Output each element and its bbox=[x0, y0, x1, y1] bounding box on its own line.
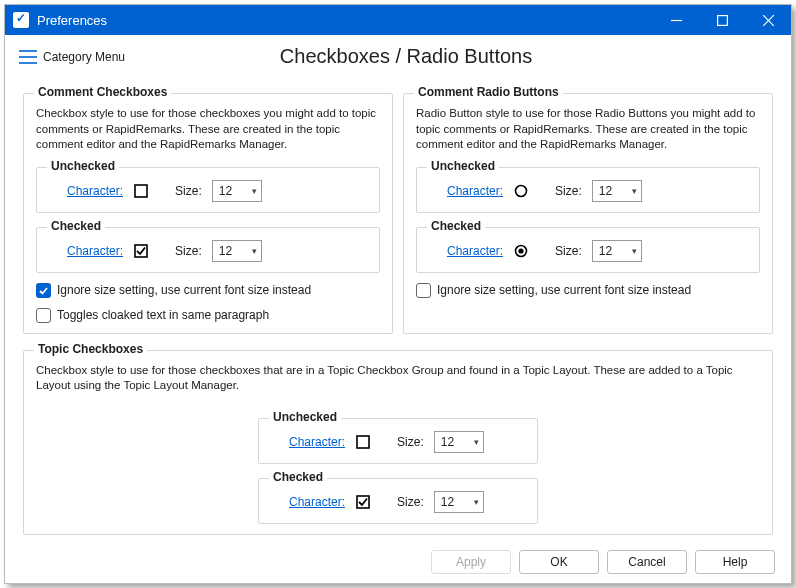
checkbox-checked-icon bbox=[36, 283, 51, 298]
checkbox-empty-icon bbox=[416, 283, 431, 298]
group-desc: Checkbox style to use for those checkbox… bbox=[36, 106, 380, 153]
subgroup-legend: Checked bbox=[47, 219, 105, 233]
size-label: Size: bbox=[555, 184, 582, 198]
group-comment-checkboxes: Comment Checkboxes Checkbox style to use… bbox=[23, 93, 393, 334]
subgroup-legend: Unchecked bbox=[269, 410, 341, 424]
svg-rect-12 bbox=[357, 436, 369, 448]
chevron-down-icon: ▾ bbox=[474, 437, 479, 447]
ignore-size-checkbox-row[interactable]: Ignore size setting, use current font si… bbox=[416, 283, 760, 298]
chevron-down-icon: ▾ bbox=[632, 246, 637, 256]
checkbox-checked-icon bbox=[133, 243, 149, 259]
content-area: Comment Checkboxes Checkbox style to use… bbox=[5, 79, 791, 541]
size-select-cr-checked[interactable]: 12 ▾ bbox=[592, 240, 642, 262]
size-label: Size: bbox=[397, 495, 424, 509]
chevron-down-icon: ▾ bbox=[252, 246, 257, 256]
chevron-down-icon: ▾ bbox=[474, 497, 479, 507]
svg-rect-8 bbox=[135, 245, 147, 257]
subgroup-cr-unchecked: Unchecked Character: Size: 12 ▾ bbox=[416, 167, 760, 213]
group-legend: Comment Radio Buttons bbox=[414, 85, 563, 99]
subgroup-cc-checked: Checked Character: Size: 12 ▾ bbox=[36, 227, 380, 273]
group-desc: Radio Button style to use for those Radi… bbox=[416, 106, 760, 153]
character-link[interactable]: Character: bbox=[447, 244, 503, 258]
category-menu-button[interactable]: Category Menu bbox=[19, 50, 125, 64]
maximize-button[interactable] bbox=[699, 5, 745, 35]
svg-rect-1 bbox=[717, 15, 727, 25]
size-select-cr-unchecked[interactable]: 12 ▾ bbox=[592, 180, 642, 202]
cancel-button[interactable]: Cancel bbox=[607, 550, 687, 574]
character-link[interactable]: Character: bbox=[67, 184, 123, 198]
category-menu-label: Category Menu bbox=[43, 50, 125, 64]
subgroup-cr-checked: Checked Character: Size: 12 ▾ bbox=[416, 227, 760, 273]
chevron-down-icon: ▾ bbox=[252, 186, 257, 196]
svg-point-11 bbox=[518, 248, 523, 253]
size-select-tc-checked[interactable]: 12 ▾ bbox=[434, 491, 484, 513]
subgroup-cc-unchecked: Unchecked Character: Size: 12 ▾ bbox=[36, 167, 380, 213]
page-title: Checkboxes / Radio Buttons bbox=[125, 45, 777, 68]
character-link[interactable]: Character: bbox=[289, 495, 345, 509]
group-legend: Topic Checkboxes bbox=[34, 342, 147, 356]
footer-buttons: Apply OK Cancel Help bbox=[5, 541, 791, 583]
size-select-cc-unchecked[interactable]: 12 ▾ bbox=[212, 180, 262, 202]
checkbox-empty-icon bbox=[36, 308, 51, 323]
group-legend: Comment Checkboxes bbox=[34, 85, 171, 99]
preferences-window: Preferences Category Menu Checkboxes / R… bbox=[4, 4, 792, 584]
size-label: Size: bbox=[555, 244, 582, 258]
close-button[interactable] bbox=[745, 5, 791, 35]
character-link[interactable]: Character: bbox=[447, 184, 503, 198]
checkbox-label: Toggles cloaked text in same paragraph bbox=[57, 308, 269, 322]
checkbox-checked-icon bbox=[355, 494, 371, 510]
group-desc: Checkbox style to use for those checkbox… bbox=[36, 363, 760, 394]
app-icon bbox=[13, 12, 29, 28]
size-label: Size: bbox=[175, 184, 202, 198]
ignore-size-checkbox-row[interactable]: Ignore size setting, use current font si… bbox=[36, 283, 380, 298]
svg-rect-7 bbox=[135, 185, 147, 197]
subgroup-tc-checked: Checked Character: Size: 12 ▾ bbox=[258, 478, 538, 524]
size-label: Size: bbox=[175, 244, 202, 258]
minimize-button[interactable] bbox=[653, 5, 699, 35]
subgroup-legend: Unchecked bbox=[427, 159, 499, 173]
ok-button[interactable]: OK bbox=[519, 550, 599, 574]
radio-empty-icon bbox=[513, 183, 529, 199]
subgroup-legend: Checked bbox=[427, 219, 485, 233]
character-link[interactable]: Character: bbox=[289, 435, 345, 449]
svg-rect-13 bbox=[357, 496, 369, 508]
subgroup-tc-unchecked: Unchecked Character: Size: 12 ▾ bbox=[258, 418, 538, 464]
size-select-cc-checked[interactable]: 12 ▾ bbox=[212, 240, 262, 262]
group-topic-checkboxes: Topic Checkboxes Checkbox style to use f… bbox=[23, 350, 773, 535]
checkbox-label: Ignore size setting, use current font si… bbox=[57, 283, 311, 297]
subgroup-legend: Checked bbox=[269, 470, 327, 484]
checkbox-empty-icon bbox=[133, 183, 149, 199]
titlebar: Preferences bbox=[5, 5, 791, 35]
character-link[interactable]: Character: bbox=[67, 244, 123, 258]
checkbox-empty-icon bbox=[355, 434, 371, 450]
toggle-cloaked-checkbox-row[interactable]: Toggles cloaked text in same paragraph bbox=[36, 308, 380, 323]
hamburger-icon bbox=[19, 50, 37, 64]
size-label: Size: bbox=[397, 435, 424, 449]
apply-button: Apply bbox=[431, 550, 511, 574]
checkbox-label: Ignore size setting, use current font si… bbox=[437, 283, 691, 297]
radio-checked-icon bbox=[513, 243, 529, 259]
subgroup-legend: Unchecked bbox=[47, 159, 119, 173]
svg-point-9 bbox=[516, 185, 527, 196]
group-comment-radios: Comment Radio Buttons Radio Button style… bbox=[403, 93, 773, 334]
window-title: Preferences bbox=[37, 13, 653, 28]
size-select-tc-unchecked[interactable]: 12 ▾ bbox=[434, 431, 484, 453]
chevron-down-icon: ▾ bbox=[632, 186, 637, 196]
header-row: Category Menu Checkboxes / Radio Buttons bbox=[5, 35, 791, 79]
help-button[interactable]: Help bbox=[695, 550, 775, 574]
